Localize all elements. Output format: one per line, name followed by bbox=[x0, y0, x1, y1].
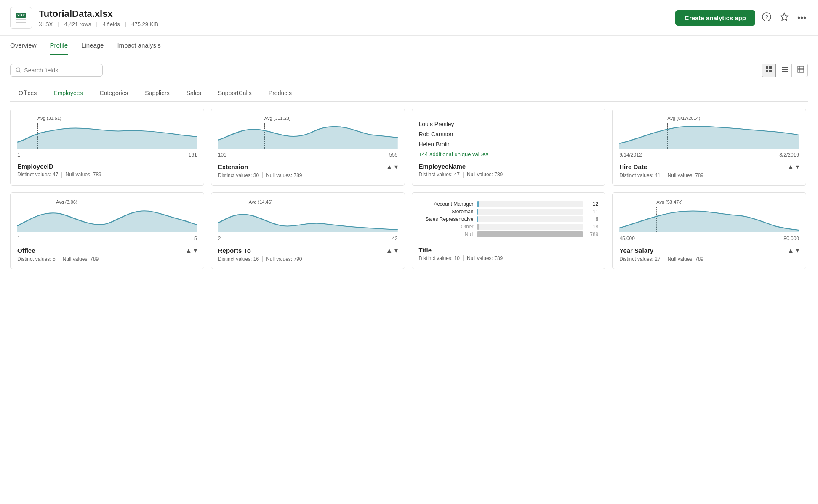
svg-rect-7 bbox=[766, 70, 768, 72]
svg-line-4 bbox=[19, 71, 21, 72]
card-title: Office ▲▾ bbox=[17, 247, 197, 255]
card-meta: Distinct values: 30 Null values: 789 bbox=[218, 172, 398, 178]
sub-tab-categories[interactable]: Categories bbox=[91, 85, 137, 101]
card-dropdown-button[interactable]: ▾ bbox=[796, 163, 799, 171]
file-rows: 4,421 rows bbox=[64, 21, 91, 27]
table-view-button[interactable] bbox=[794, 64, 808, 77]
card-title: Year Salary ▲▾ bbox=[619, 247, 799, 255]
sub-tab-suppliers[interactable]: Suppliers bbox=[136, 85, 178, 101]
distinct-values: Distinct values: 16 bbox=[218, 256, 259, 262]
chart-range: 2 42 bbox=[218, 236, 398, 241]
card-chart-button[interactable]: ▲ bbox=[386, 247, 393, 255]
ellipsis-icon: ••• bbox=[797, 13, 806, 22]
bar-row: Account Manager 12 bbox=[419, 201, 599, 207]
card-meta: Distinct values: 27 Null values: 789 bbox=[619, 256, 799, 262]
header: xlsx TutorialData.xlsx XLSX | 4,421 rows… bbox=[0, 0, 818, 36]
card-chart-button[interactable]: ▲ bbox=[386, 163, 393, 171]
card-4: Avg (3.06) 1 5 Office ▲▾ Distinct values… bbox=[10, 192, 204, 269]
file-type-badge: xlsx bbox=[16, 13, 26, 18]
svg-rect-11 bbox=[782, 71, 788, 72]
chart-range: 9/14/2012 8/2/2016 bbox=[619, 152, 799, 158]
card-title: Extension ▲▾ bbox=[218, 163, 398, 171]
tab-profile[interactable]: Profile bbox=[50, 36, 68, 55]
chart-range: 1 161 bbox=[17, 152, 197, 158]
list-view-button[interactable] bbox=[778, 64, 792, 77]
more-values[interactable]: +44 additional unique values bbox=[419, 151, 599, 157]
sub-tabs: Offices Employees Categories Suppliers S… bbox=[10, 85, 808, 102]
bar-label: Account Manager bbox=[419, 201, 474, 207]
null-values: Null values: 790 bbox=[266, 256, 302, 262]
distinct-values: Distinct values: 41 bbox=[619, 172, 660, 178]
card-1: Avg (311.23) 101 555 Extension ▲▾ Distin… bbox=[211, 109, 405, 186]
sub-tab-supportcalls[interactable]: SupportCalls bbox=[210, 85, 260, 101]
card-footer: Extension ▲▾ Distinct values: 30 Null va… bbox=[218, 163, 398, 178]
list-item: Louis Presley bbox=[419, 119, 599, 129]
distinct-values: Distinct values: 30 bbox=[218, 172, 259, 178]
card-meta: Distinct values: 16 Null values: 790 bbox=[218, 256, 398, 262]
card-dropdown-button[interactable]: ▾ bbox=[796, 247, 799, 255]
help-icon-button[interactable]: ? bbox=[760, 11, 773, 25]
view-controls bbox=[762, 64, 808, 77]
range-min: 45,000 bbox=[619, 236, 635, 241]
range-max: 42 bbox=[392, 236, 397, 241]
bar-label: Other bbox=[419, 224, 474, 230]
tab-impact-analysis[interactable]: Impact analysis bbox=[117, 36, 160, 55]
card-6: Account Manager 12 Storeman 11 Sales Rep… bbox=[412, 192, 606, 269]
bar-count: 11 bbox=[586, 209, 598, 215]
range-max: 8/2/2016 bbox=[779, 152, 799, 158]
null-values: Null values: 789 bbox=[467, 172, 503, 178]
card-dropdown-button[interactable]: ▾ bbox=[394, 163, 398, 171]
card-0: Avg (33.51) 1 161 EmployeeID Distinct va… bbox=[10, 109, 204, 186]
range-min: 101 bbox=[218, 152, 226, 158]
card-5: Avg (14.46) 2 42 Reports To ▲▾ Distinct … bbox=[211, 192, 405, 269]
card-title-text: EmployeeName bbox=[419, 163, 466, 170]
grid-icon bbox=[765, 66, 772, 73]
card-title-text: Hire Date bbox=[619, 163, 647, 170]
card-chart-button[interactable]: ▲ bbox=[787, 163, 794, 171]
range-max: 80,000 bbox=[783, 236, 799, 241]
card-meta: Distinct values: 5 Null values: 789 bbox=[17, 256, 197, 262]
content: Offices Employees Categories Suppliers S… bbox=[0, 55, 818, 278]
null-values: Null values: 789 bbox=[668, 172, 703, 178]
range-max: 161 bbox=[189, 152, 197, 158]
star-icon-button[interactable] bbox=[778, 11, 791, 25]
bar-row: Null 789 bbox=[419, 231, 599, 237]
card-meta: Distinct values: 41 Null values: 789 bbox=[619, 172, 799, 178]
file-title: TutorialData.xlsx bbox=[39, 8, 158, 19]
sparkline-chart bbox=[17, 203, 197, 232]
bar-track bbox=[477, 201, 584, 207]
toolbar bbox=[10, 64, 808, 77]
card-footer: EmployeeName Distinct values: 47 Null va… bbox=[419, 163, 599, 178]
card-dropdown-button[interactable]: ▾ bbox=[194, 247, 197, 255]
card-footer: Hire Date ▲▾ Distinct values: 41 Null va… bbox=[619, 163, 799, 178]
chart-area: Avg (3.06) 1 5 bbox=[17, 199, 197, 241]
card-title: EmployeeID bbox=[17, 163, 197, 170]
svg-marker-2 bbox=[781, 13, 788, 21]
tab-lineage[interactable]: Lineage bbox=[81, 36, 104, 55]
card-title-text: Title bbox=[419, 247, 432, 254]
bar-track bbox=[477, 209, 584, 215]
star-icon bbox=[780, 12, 789, 21]
file-meta: XLSX | 4,421 rows | 4 fields | 475.29 Ki… bbox=[39, 21, 158, 27]
help-icon: ? bbox=[762, 12, 771, 21]
card-dropdown-button[interactable]: ▾ bbox=[394, 247, 398, 255]
bar-label: Null bbox=[419, 231, 474, 237]
card-footer: Title Distinct values: 10 Null values: 7… bbox=[419, 247, 599, 261]
search-input[interactable] bbox=[24, 67, 97, 74]
grid-view-button[interactable] bbox=[762, 64, 776, 77]
tab-overview[interactable]: Overview bbox=[10, 36, 37, 55]
svg-rect-8 bbox=[769, 70, 772, 72]
card-title-text: Extension bbox=[218, 163, 248, 170]
sub-tab-employees[interactable]: Employees bbox=[45, 85, 91, 101]
create-analytics-app-button[interactable]: Create analytics app bbox=[675, 10, 755, 26]
card-footer: Office ▲▾ Distinct values: 5 Null values… bbox=[17, 247, 197, 262]
sub-tab-sales[interactable]: Sales bbox=[178, 85, 210, 101]
sub-tab-products[interactable]: Products bbox=[260, 85, 300, 101]
bar-fill bbox=[477, 201, 479, 207]
card-chart-button[interactable]: ▲ bbox=[787, 247, 794, 255]
search-box[interactable] bbox=[10, 64, 103, 77]
sub-tab-offices[interactable]: Offices bbox=[10, 85, 45, 101]
bar-fill bbox=[477, 216, 478, 222]
more-options-button[interactable]: ••• bbox=[796, 11, 808, 24]
card-chart-button[interactable]: ▲ bbox=[185, 247, 192, 255]
